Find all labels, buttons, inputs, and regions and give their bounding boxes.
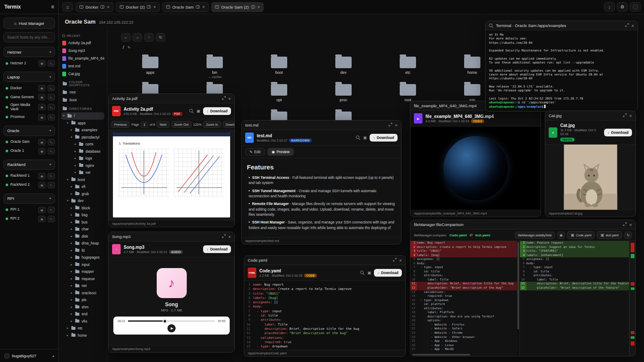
directory-tree-item[interactable]: ▸ database [61,148,104,155]
host-group-oracle[interactable]: Oracle▾ [3,126,55,136]
tree-chevron-icon[interactable]: ▸ [70,305,73,309]
window-titlebar[interactable]: Terminal · Oracle Sam:/apps/examples × [486,21,638,30]
tree-chevron-icon[interactable]: ▸ [70,192,73,196]
tab-close-icon[interactable]: × [153,5,156,9]
host-row[interactable]: Game Servers ▤ >_ [0,93,58,102]
split-view-icon[interactable] [251,5,255,9]
file-grid-folder[interactable]: bin → usr/bin [182,55,247,82]
directory-tree-item[interactable]: ▸ efi [61,183,104,190]
tree-chevron-icon[interactable]: ▸ [70,256,73,259]
download-button[interactable]: ↓Download [203,107,231,115]
host-group-hetzner[interactable]: Hetzner▾ [3,47,55,57]
expand-icon[interactable] [623,113,627,118]
tree-chevron-icon[interactable]: ▸ [74,171,77,174]
folder-shortcut-item[interactable]: boot [61,96,104,104]
tree-chevron-icon[interactable]: ▸ [70,263,73,266]
close-icon[interactable]: × [395,123,398,128]
tab-close-icon[interactable]: × [258,5,260,9]
admin-settings-button[interactable]: ⚙ [617,2,628,12]
recent-file-item[interactable]: test.md [61,62,104,70]
host-terminal-button[interactable]: >_ [48,216,55,222]
up-button[interactable]: ↑ [144,33,154,42]
host-terminal-button[interactable]: >_ [48,94,55,100]
host-files-button[interactable]: ▤ [38,85,46,91]
seek-knob[interactable] [163,319,167,323]
app-tab[interactable]: Oracle Sam (2) × [211,2,264,12]
directory-tree-item[interactable]: ▾ dev [61,197,104,205]
directory-tree-item[interactable]: ▸ certs [61,141,104,148]
app-tab[interactable]: Docker × [76,2,113,12]
split-view-icon[interactable] [100,5,104,9]
back-button[interactable]: ← [121,33,131,42]
open-left-file-button[interactable]: ▣Code.yaml [567,231,595,239]
zoom-in-button[interactable]: Zoom In [203,121,221,128]
pdf-download-button[interactable]: Download [223,121,234,128]
folder-shortcut-item[interactable]: mnt [61,88,104,96]
directory-tree-item[interactable]: ▸ dma_heap [61,240,104,247]
pdf-viewport[interactable]: 1. Translations: [109,130,234,220]
directory-tree-item[interactable]: ▸ oracleoci [61,290,104,297]
file-grid-folder[interactable]: opt [247,82,311,110]
host-row[interactable]: RackNerd 1 ▤ >_ [0,172,58,181]
tree-chevron-icon[interactable]: ▸ [70,227,73,231]
file-grid-folder[interactable]: dev [311,55,376,82]
previous-page-button[interactable]: Previous [111,121,130,128]
file-grid-folder[interactable]: apps [118,55,182,82]
expand-icon[interactable] [222,234,226,239]
tree-chevron-icon[interactable]: ▸ [70,220,73,224]
code-editor[interactable]: 1 name: Bug report 2 description: Create… [244,281,405,350]
close-icon[interactable]: × [228,96,231,101]
host-row[interactable]: Hetzner 1 ▤ >_ [0,59,58,68]
preview-toggle-button[interactable]: ◉ [557,232,565,239]
recent-file-item[interactable]: Activity 2a.pdf [61,39,104,47]
open-panel-icon[interactable]: ▣ [197,109,200,113]
tree-chevron-icon[interactable]: ▸ [70,235,73,238]
directory-tree-item[interactable]: ▾ boot [61,176,104,184]
recent-file-item[interactable]: file_example_MP4_640_3MG... [61,54,104,62]
directory-tree-item[interactable]: ▸ hugepages [61,254,104,261]
expand-icon[interactable] [625,23,629,28]
directory-tree-item[interactable]: ▸ home [61,332,104,339]
video-player[interactable] [410,127,541,210]
tree-chevron-icon[interactable]: ▾ [66,178,69,181]
tree-chevron-icon[interactable]: ▸ [70,128,73,132]
directory-tree-item[interactable]: ▸ etc [61,325,104,332]
open-panel-icon[interactable]: ▣ [368,271,371,275]
tree-chevron-icon[interactable]: ▸ [70,241,73,245]
host-files-button[interactable]: ▤ [38,139,46,145]
window-titlebar[interactable]: Code.yaml × [244,256,405,265]
tree-chevron-icon[interactable]: ▸ [70,249,73,252]
tree-chevron-icon[interactable]: ▸ [70,206,73,210]
search-icon[interactable] [360,271,365,275]
host-search-input[interactable] [3,32,55,42]
host-terminal-button[interactable]: >_ [48,139,55,145]
tab-close-icon[interactable]: × [202,5,205,9]
refresh-diff-button[interactable]: ↻ [624,232,632,239]
markdown-preview[interactable]: Features SSH Terminal Access - Full-feat… [242,158,401,237]
tree-chevron-icon[interactable]: ▸ [70,277,73,281]
directory-tree-item[interactable]: ▸ examples [61,127,104,134]
directory-tree-item[interactable]: ▸ disk [61,233,104,240]
host-group-laptop[interactable]: Laptop▾ [3,72,55,82]
tree-chevron-icon[interactable]: ▸ [74,150,77,153]
host-files-button[interactable]: ▤ [38,114,46,121]
page-number-input[interactable] [141,121,148,128]
host-terminal-button[interactable]: >_ [48,207,55,213]
directory-tree-item[interactable]: ▸ bsg [61,211,104,219]
host-files-button[interactable]: ▤ [38,182,46,188]
profile-menu-button[interactable] [630,2,641,12]
host-terminal-button[interactable]: >_ [48,85,55,91]
search-icon[interactable] [189,109,194,113]
tree-chevron-icon[interactable]: ▸ [74,164,77,167]
directory-tree-item[interactable]: ▸ snd [61,311,104,318]
directory-tree-item[interactable]: ▸ block [61,205,104,212]
tree-chevron-icon[interactable]: ▸ [70,284,73,287]
directory-tree-item[interactable]: ▸ input [61,261,104,268]
tree-chevron-icon[interactable]: ▸ [74,157,77,160]
diff-minimap[interactable] [629,241,635,356]
download-button[interactable]: ↓Download [604,129,632,136]
tree-chevron-icon[interactable]: ▸ [74,142,77,146]
diff-right-pane[interactable]: 1 name: Feature request 2 description: S… [520,241,629,356]
directory-tree-item[interactable]: ▸ mapper [61,268,104,275]
menu-icon[interactable]: ≡ [51,4,54,10]
